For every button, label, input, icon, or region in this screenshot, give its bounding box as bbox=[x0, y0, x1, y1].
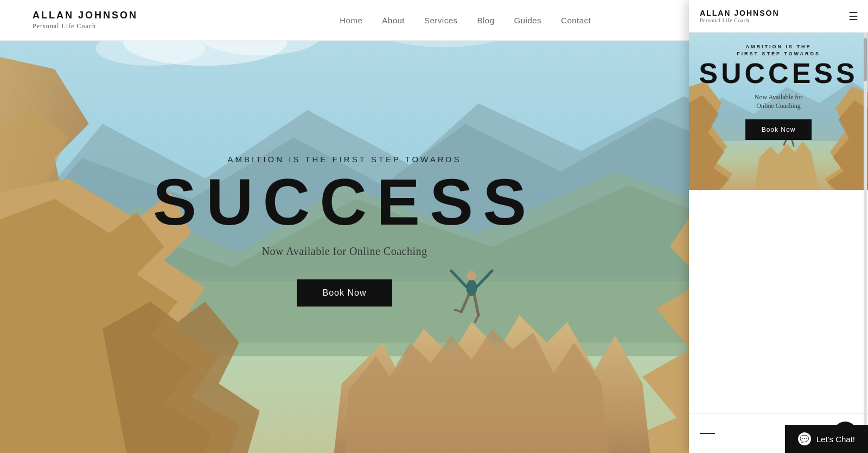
mobile-content-overlay: AMBITION IS THE FIRST STEP TOWARDS SUCCE… bbox=[689, 33, 868, 145]
brand-subtitle: Personal Life Coach bbox=[33, 22, 138, 30]
hamburger-menu-icon[interactable]: ☰ bbox=[848, 11, 857, 22]
brand-name: ALLAN JOHNSON bbox=[33, 10, 138, 21]
mobile-hero-subtitle: AMBITION IS THE FIRST STEP TOWARDS bbox=[698, 43, 859, 57]
mobile-preview-panel: ALLAN JOHNSON Personal Life Coach ☰ bbox=[689, 0, 868, 453]
mobile-book-now-button[interactable]: Book Now bbox=[745, 119, 812, 140]
mobile-dash-indicator bbox=[700, 433, 715, 434]
nav-contact[interactable]: Contact bbox=[561, 16, 591, 25]
mobile-brand-subtitle: Personal Life Coach bbox=[700, 17, 780, 23]
main-nav: Home About Services Blog Guides Contact bbox=[340, 16, 591, 25]
mobile-hero-title: SUCCESS bbox=[698, 60, 859, 87]
nav-blog[interactable]: Blog bbox=[477, 16, 495, 25]
chat-bubble-icon bbox=[798, 432, 811, 445]
hero-content: AMBITION IS THE FIRST STEP TOWARDS SUCCE… bbox=[0, 41, 689, 453]
nav-services[interactable]: Services bbox=[424, 16, 458, 25]
nav-guides[interactable]: Guides bbox=[514, 16, 542, 25]
hero-description: Now Available for Online Coaching bbox=[262, 245, 427, 258]
brand-logo: ALLAN JOHNSON Personal Life Coach bbox=[33, 10, 138, 30]
mobile-hero-desc: Now Available for Online Coaching bbox=[698, 93, 859, 111]
mobile-hero-image: AMBITION IS THE FIRST STEP TOWARDS SUCCE… bbox=[689, 33, 868, 190]
mobile-brand: ALLAN JOHNSON Personal Life Coach bbox=[700, 9, 780, 23]
nav-about[interactable]: About bbox=[382, 16, 405, 25]
nav-home[interactable]: Home bbox=[340, 16, 362, 25]
mobile-header: ALLAN JOHNSON Personal Life Coach ☰ bbox=[689, 0, 868, 33]
hero-subtitle: AMBITION IS THE FIRST STEP TOWARDS bbox=[228, 155, 462, 164]
mobile-brand-name: ALLAN JOHNSON bbox=[700, 9, 780, 17]
book-now-button[interactable]: Book Now bbox=[297, 279, 393, 307]
lets-chat-button[interactable]: Let's Chat! bbox=[785, 425, 868, 453]
lets-chat-label: Let's Chat! bbox=[816, 435, 855, 444]
hero-title: SUCCESS bbox=[153, 169, 536, 234]
